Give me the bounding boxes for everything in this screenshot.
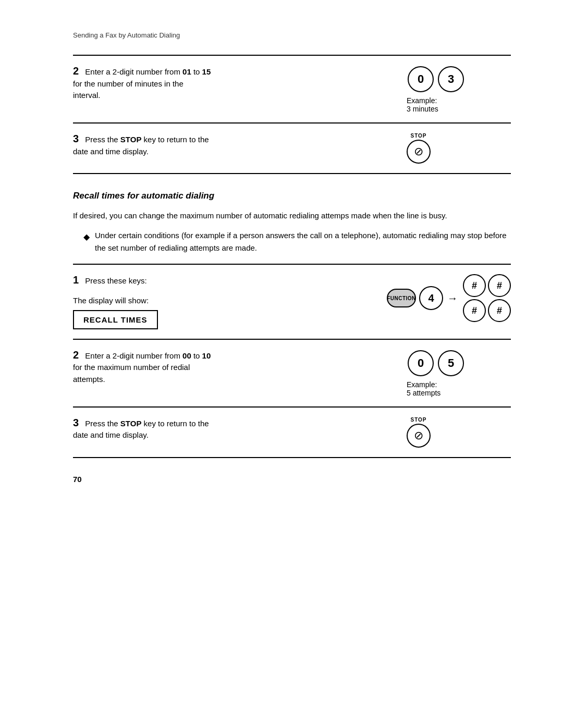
- s2-step2-icon-area: 0 5 Example: 5 attempts: [407, 349, 511, 397]
- diamond-icon: ◆: [83, 230, 90, 244]
- display-will-show-label: The display will show:: [73, 296, 149, 305]
- step3-content: 3 Press the STOP key to return to thedat…: [73, 133, 407, 157]
- step3-icon-area: STOP ⊘: [407, 133, 511, 164]
- recall-times-display: RECALL TIMES: [73, 310, 158, 329]
- section1-step3: 3 Press the STOP key to return to thedat…: [73, 122, 511, 174]
- key-0b: 0: [408, 350, 434, 376]
- stop-label-2: STOP: [410, 417, 426, 423]
- s2-step2-keys: 0 5: [407, 349, 465, 377]
- s2-step2-example: Example: 5 attempts: [407, 380, 440, 397]
- stop-label: STOP: [410, 133, 426, 139]
- stop-icon-2: ⊘: [407, 424, 431, 448]
- s2-step3-content: 3 Press the STOP key to return to thedat…: [73, 417, 407, 441]
- key-4-circle: 4: [419, 286, 443, 310]
- page-number: 70: [73, 475, 511, 484]
- step2-icon-area: 0 3 Example: 3 minutes: [407, 65, 511, 113]
- s2-step3-text: Press the STOP key to return to thedate …: [73, 419, 209, 440]
- section2-bullet: ◆ Under certain conditions (for example …: [83, 229, 511, 254]
- s2-step3-number: 3: [73, 417, 79, 428]
- step3-number: 3: [73, 133, 79, 144]
- step3-text: Press the STOP key to return to thedate …: [73, 135, 209, 156]
- stop-key-2: STOP ⊘: [407, 417, 431, 448]
- bullet-text: Under certain conditions (for example if…: [95, 229, 511, 254]
- breadcrumb: Sending a Fax by Automatic Dialing: [73, 31, 511, 39]
- s2-step1-text: Press these keys:: [85, 276, 146, 285]
- s2-step1-content: 1 Press these keys: The display will sho…: [73, 274, 387, 329]
- s2-step1-number: 1: [73, 274, 79, 286]
- stop-icon: ⊘: [407, 140, 431, 164]
- key-0: 0: [408, 66, 434, 92]
- s2-step1-icons: FUNCTION 4 → # # # #: [387, 274, 511, 322]
- hash-key-4: #: [488, 299, 511, 322]
- hash-grid: # # # #: [463, 274, 511, 322]
- key-5: 5: [438, 350, 464, 376]
- key-3: 3: [438, 66, 464, 92]
- arrow-icon: →: [447, 292, 458, 304]
- step2-content: 2 Enter a 2-digit number from 01 to 15 f…: [73, 65, 407, 102]
- section1-step2: 2 Enter a 2-digit number from 01 to 15 f…: [73, 55, 511, 122]
- section2-step3: 3 Press the STOP key to return to thedat…: [73, 406, 511, 458]
- step2-keys: 0 3: [407, 65, 465, 93]
- s2-step2-number: 2: [73, 349, 79, 361]
- hash-key-3: #: [463, 299, 486, 322]
- stop-key: STOP ⊘: [407, 133, 431, 164]
- s2-step2-content: 2 Enter a 2-digit number from 00 to 10 f…: [73, 349, 407, 386]
- function-key-row: FUNCTION 4 → # # # #: [387, 274, 511, 322]
- section2-body1: If desired, you can change the maximum n…: [73, 209, 511, 222]
- s2-step3-icon-area: STOP ⊘: [407, 417, 511, 448]
- section2-step1: 1 Press these keys: The display will sho…: [73, 264, 511, 339]
- hash-key-1: #: [463, 274, 486, 297]
- section2-step2: 2 Enter a 2-digit number from 00 to 10 f…: [73, 339, 511, 406]
- step2-example: Example: 3 minutes: [407, 96, 438, 113]
- function-key-icon: FUNCTION: [387, 289, 416, 307]
- hash-key-2: #: [488, 274, 511, 297]
- section2-heading: Recall times for automatic dialing: [73, 191, 511, 201]
- step2-text: Enter a 2-digit number from 01 to 15 for…: [73, 67, 211, 100]
- s2-step2-text: Enter a 2-digit number from 00 to 10 for…: [73, 351, 211, 384]
- step2-number: 2: [73, 65, 79, 77]
